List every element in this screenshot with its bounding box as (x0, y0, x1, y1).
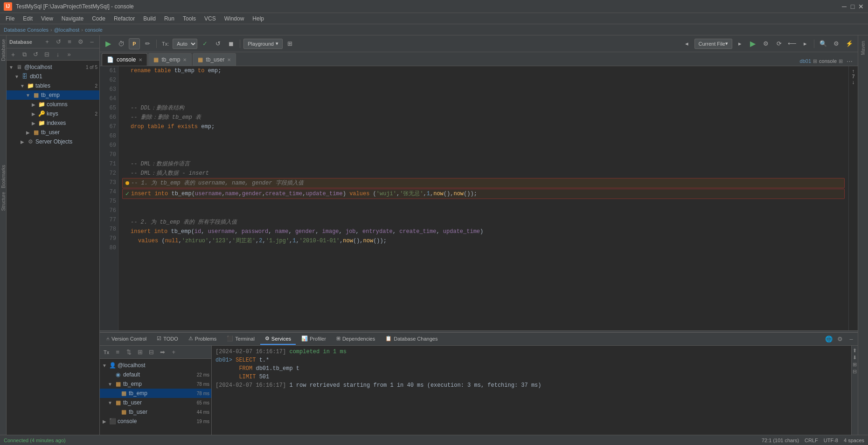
tab-console-close[interactable]: ✕ (139, 57, 142, 62)
menu-file[interactable]: File (2, 14, 18, 23)
menu-tools[interactable]: Tools (179, 14, 200, 23)
output-right-btn-2[interactable]: ⬇ (853, 355, 857, 361)
db-toolbar-copy[interactable]: ⧉ (20, 50, 29, 59)
output-right-btn-1[interactable]: ⬆ (853, 348, 857, 354)
svc-group-btn[interactable]: ⊞ (135, 348, 145, 357)
menu-refactor[interactable]: Refactor (110, 14, 139, 23)
menu-help[interactable]: Help (249, 14, 268, 23)
svc-tree-console[interactable]: ▶ ⬛ console 19 ms (100, 417, 211, 426)
svc-filter-btn[interactable]: ⊟ (146, 348, 156, 357)
minimize-btn[interactable]: ─ (841, 3, 847, 10)
p-btn[interactable]: P (129, 38, 140, 49)
breadcrumb-db-consoles[interactable]: Database Consoles (4, 27, 49, 33)
svc-add-btn[interactable]: + (169, 348, 178, 357)
code-content[interactable]: rename table tb_emp to emp; -- DDL：删除表 (118, 66, 848, 330)
menu-navigate[interactable]: Navigate (58, 14, 87, 23)
step2-btn[interactable]: ⟵ (786, 38, 798, 49)
menu-build[interactable]: Build (139, 14, 160, 23)
config-btn[interactable]: ⚙ (831, 38, 842, 49)
tree-item-db01[interactable]: ▼ 🗄 db01 (7, 72, 99, 81)
db-collapse-btn[interactable]: – (87, 37, 97, 47)
menu-run[interactable]: Run (160, 14, 178, 23)
structure-tab[interactable]: Structure (0, 190, 6, 213)
tree-item-tables[interactable]: ▼ 📁 tables 2 (7, 81, 99, 90)
run-green-btn[interactable]: ▶ (747, 38, 758, 49)
search-btn[interactable]: 🔍 (818, 38, 829, 49)
maximize-btn[interactable]: □ (849, 3, 856, 10)
current-file-selector[interactable]: Current File ▾ (694, 39, 732, 49)
breadcrumb-console[interactable]: console (85, 27, 103, 33)
svc-tree-tb-user-session[interactable]: ▦ tb_user 44 ms (100, 407, 211, 417)
bottom-panel-settings-btn[interactable]: ⚙ (835, 335, 845, 344)
menu-code[interactable]: Code (88, 14, 109, 23)
db-toolbar-more[interactable]: » (64, 50, 74, 59)
power-btn[interactable]: ⚡ (844, 38, 855, 49)
bottom-panel-minimize-btn[interactable]: – (847, 335, 856, 344)
grid-btn[interactable]: ⊞ (285, 38, 296, 49)
svc-tree-default[interactable]: ◉ default 22 ms (100, 370, 211, 379)
close-btn[interactable]: ✕ (858, 3, 864, 10)
tab-profiler[interactable]: 📊 Profiler (297, 334, 331, 345)
svc-tree-tb-user-group[interactable]: ▼ ▦ tb_user 65 ms (100, 398, 211, 407)
run-button[interactable]: ▶ (103, 38, 114, 49)
bookmarks-tab[interactable]: Bookmarks (0, 163, 6, 190)
refresh-btn[interactable]: ↺ (212, 38, 223, 49)
tab-console[interactable]: 📄 console ✕ (102, 53, 147, 66)
tabs-more-btn[interactable]: ⋯ (845, 56, 854, 66)
breadcrumb-localhost[interactable]: @localhost (54, 27, 80, 33)
maven-tab[interactable]: Maven (859, 37, 867, 59)
pen-btn[interactable]: ✏ (142, 38, 153, 49)
svc-tree-tb-emp-session[interactable]: ▦ tb_emp 78 ms (100, 389, 211, 398)
output-right-btn-4[interactable]: ⊟ (853, 369, 857, 375)
tree-item-tb-emp[interactable]: ▼ ▦ tb_emp (7, 90, 99, 100)
tree-item-columns[interactable]: ▶ 📁 columns (7, 100, 99, 109)
tx-select[interactable]: Auto (173, 39, 197, 49)
menu-edit[interactable]: Edit (19, 14, 36, 23)
menu-view[interactable]: View (37, 14, 57, 23)
tab-dependencies[interactable]: ⊞ Dependencies (332, 334, 380, 345)
tab-todo[interactable]: ☑ TODO (152, 334, 183, 345)
svc-tree-localhost[interactable]: ▼ 👤 @localhost (100, 361, 211, 370)
playground-button[interactable]: Playground ▾ (243, 39, 283, 49)
check-btn[interactable]: ✓ (199, 38, 210, 49)
db-toolbar-sync[interactable]: ↺ (31, 50, 40, 59)
tree-item-tb-user[interactable]: ▶ ▦ tb_user (7, 128, 99, 137)
db-add-btn[interactable]: + (42, 37, 52, 47)
stop-btn[interactable]: ◼ (225, 38, 236, 49)
tree-item-server-objects[interactable]: ▶ ⚙ Server Objects (7, 137, 99, 146)
title-bar-controls[interactable]: ─ □ ✕ (841, 3, 864, 10)
tab-problems[interactable]: ⚠ Problems (184, 334, 221, 345)
db-toolbar-sort[interactable]: ↓ (53, 50, 62, 59)
tab-terminal[interactable]: ⬛ Terminal (222, 334, 259, 345)
svc-export-btn[interactable]: ➡ (158, 348, 167, 357)
svc-tree-tb-emp-group[interactable]: ▼ ▦ tb_emp 78 ms (100, 379, 211, 389)
more-btn[interactable]: ▸ (799, 38, 811, 49)
nav-prev-btn[interactable]: ◂ (681, 38, 693, 49)
svc-sort-btn[interactable]: ≡ (113, 348, 122, 357)
tab-db-changes[interactable]: 📋 Database Changes (381, 334, 442, 345)
tab-version-control[interactable]: ⑃ Version Control (102, 334, 151, 345)
db-toolbar-add[interactable]: + (8, 50, 18, 59)
tree-item-localhost[interactable]: ▼ 🖥 @localhost 1 of 5 (7, 62, 99, 72)
tab-tb-user[interactable]: ▦ tb_user ✕ (193, 53, 236, 66)
tab-tb-emp[interactable]: ▦ tb_emp ✕ (148, 53, 192, 66)
tab-services[interactable]: ⚙ Services (260, 334, 296, 345)
db-indicator[interactable]: db01 (800, 58, 811, 64)
menu-window[interactable]: Window (221, 14, 248, 23)
menu-vcs[interactable]: VCS (201, 14, 220, 23)
db-settings-btn[interactable]: ⚙ (76, 37, 85, 47)
nav-next-btn[interactable]: ▸ (734, 38, 745, 49)
database-side-label[interactable]: Database (0, 35, 7, 65)
db-refresh-btn[interactable]: ↺ (54, 37, 63, 47)
db-toolbar-filter[interactable]: ⊟ (42, 50, 51, 59)
step-btn[interactable]: ⟳ (773, 38, 785, 49)
db-filter-btn[interactable]: ≡ (65, 37, 74, 47)
timer-btn[interactable]: ⏱ (116, 38, 127, 49)
settings-btn[interactable]: ⚙ (760, 38, 771, 49)
tab-tb-emp-close[interactable]: ✕ (183, 57, 187, 62)
console-indicator[interactable]: console (819, 58, 837, 64)
tab-tb-user-close[interactable]: ✕ (227, 57, 231, 62)
tree-item-indexes[interactable]: ▶ 📁 indexes (7, 118, 99, 128)
code-editor[interactable]: 61 62 63 64 65 66 67 68 69 70 71 72 73 7… (100, 66, 858, 330)
svc-sort2-btn[interactable]: ⇅ (124, 348, 133, 357)
